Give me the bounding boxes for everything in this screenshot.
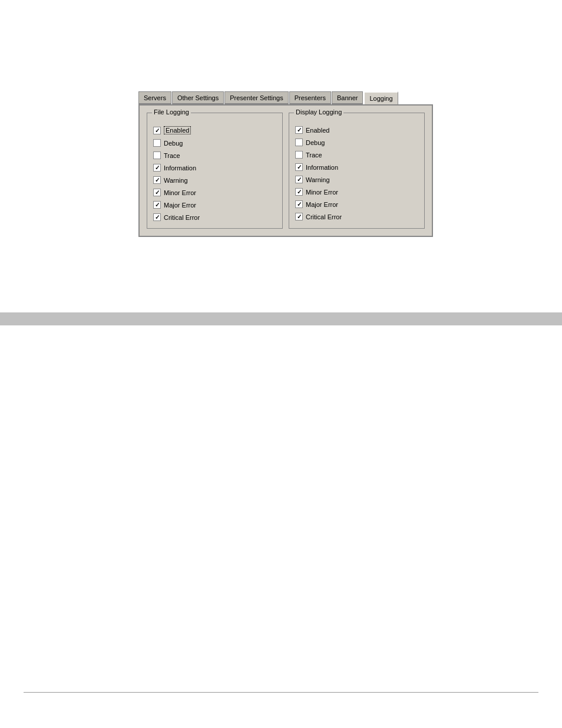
dl-information-label: Information xyxy=(306,164,338,171)
fl-enabled-label: Enabled xyxy=(164,126,191,134)
tab-presenters[interactable]: Presenters xyxy=(289,91,331,104)
tab-servers-label: Servers xyxy=(144,94,166,101)
tab-banner-label: Banner xyxy=(337,94,358,101)
fl-trace-label: Trace xyxy=(164,152,180,159)
tab-presenter-settings-label: Presenter Settings xyxy=(230,94,283,101)
fl-major-error-label: Major Error xyxy=(164,202,196,209)
dl-debug-label: Debug xyxy=(306,139,325,146)
dl-information-row: Information xyxy=(295,163,418,171)
fl-enabled-checkbox[interactable] xyxy=(153,127,161,134)
dl-warning-checkbox[interactable] xyxy=(295,176,303,183)
dl-trace-checkbox[interactable] xyxy=(295,151,303,159)
gray-bar xyxy=(0,312,562,325)
fl-critical-error-label: Critical Error xyxy=(164,214,200,221)
dl-information-checkbox[interactable] xyxy=(295,163,303,171)
fl-warning-checkbox[interactable] xyxy=(153,176,161,184)
tab-other-settings[interactable]: Other Settings xyxy=(172,91,224,104)
tab-logging-label: Logging xyxy=(369,95,392,102)
dl-debug-row: Debug xyxy=(295,139,418,146)
fl-information-row: Information xyxy=(153,164,276,172)
display-logging-title: Display Logging xyxy=(294,108,343,116)
tab-other-settings-label: Other Settings xyxy=(177,94,219,101)
tab-presenter-settings[interactable]: Presenter Settings xyxy=(224,91,289,104)
file-logging-title: File Logging xyxy=(152,108,191,116)
dl-minor-error-label: Minor Error xyxy=(306,189,338,196)
dl-minor-error-checkbox[interactable] xyxy=(295,188,303,196)
dl-major-error-row: Major Error xyxy=(295,200,418,208)
dl-debug-checkbox[interactable] xyxy=(295,139,303,146)
fl-critical-error-row: Critical Error xyxy=(153,213,276,221)
dl-critical-error-row: Critical Error xyxy=(295,213,418,220)
fl-minor-error-row: Minor Error xyxy=(153,189,276,196)
fl-warning-label: Warning xyxy=(164,177,188,184)
dl-trace-label: Trace xyxy=(306,151,322,159)
fl-minor-error-label: Minor Error xyxy=(164,189,196,196)
fl-information-label: Information xyxy=(164,164,196,172)
file-logging-section: File Logging Enabled Debug Trace xyxy=(147,113,283,229)
dl-trace-row: Trace xyxy=(295,151,418,159)
dl-critical-error-label: Critical Error xyxy=(306,213,342,220)
tab-servers[interactable]: Servers xyxy=(138,91,171,104)
tab-banner[interactable]: Banner xyxy=(332,91,363,104)
fl-trace-checkbox[interactable] xyxy=(153,151,161,159)
fl-major-error-checkbox[interactable] xyxy=(153,201,161,209)
dialog-container: Servers Other Settings Presenter Setting… xyxy=(138,91,433,237)
dl-warning-label: Warning xyxy=(306,176,330,183)
dl-enabled-checkbox[interactable] xyxy=(295,126,303,134)
tab-bar: Servers Other Settings Presenter Setting… xyxy=(138,91,433,106)
fl-debug-checkbox[interactable] xyxy=(153,139,161,147)
fl-debug-row: Debug xyxy=(153,139,276,147)
main-panel: File Logging Enabled Debug Trace xyxy=(138,106,433,237)
fl-enabled-row: Enabled xyxy=(153,126,276,134)
fl-major-error-row: Major Error xyxy=(153,201,276,209)
fl-trace-row: Trace xyxy=(153,151,276,159)
dl-warning-row: Warning xyxy=(295,176,418,183)
dl-enabled-row: Enabled xyxy=(295,126,418,134)
tab-logging[interactable]: Logging xyxy=(363,91,398,104)
dl-enabled-label: Enabled xyxy=(306,127,329,134)
fl-critical-error-checkbox[interactable] xyxy=(153,213,161,221)
bottom-line xyxy=(24,692,538,693)
fl-debug-label: Debug xyxy=(164,140,183,147)
display-logging-section: Display Logging Enabled Debug Trace xyxy=(289,113,425,229)
fl-warning-row: Warning xyxy=(153,176,276,184)
page: Servers Other Settings Presenter Setting… xyxy=(0,0,562,728)
dl-minor-error-row: Minor Error xyxy=(295,188,418,196)
dl-critical-error-checkbox[interactable] xyxy=(295,213,303,220)
fl-information-checkbox[interactable] xyxy=(153,164,161,172)
dl-major-error-checkbox[interactable] xyxy=(295,200,303,208)
fl-minor-error-checkbox[interactable] xyxy=(153,189,161,196)
tab-presenters-label: Presenters xyxy=(295,94,326,101)
dl-major-error-label: Major Error xyxy=(306,201,338,208)
